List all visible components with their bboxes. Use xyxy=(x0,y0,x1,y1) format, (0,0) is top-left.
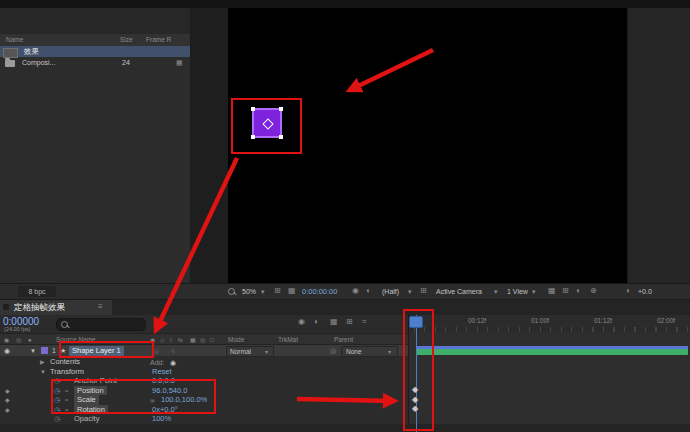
project-item-label: Composi... xyxy=(22,59,55,66)
right-side-panel xyxy=(627,8,690,283)
composition-viewport[interactable] xyxy=(228,8,627,283)
eye-toggle-icon[interactable]: ◉ xyxy=(4,347,10,354)
graph-set-icon[interactable]: ≈ xyxy=(65,407,68,413)
property-value[interactable]: 100.0,100.0% xyxy=(161,396,207,404)
shy-layers-icon[interactable]: ▦ xyxy=(330,318,338,326)
resolution-dropdown[interactable]: (Half) xyxy=(382,288,399,295)
property-row-opacity[interactable]: ◷ Opacity 100% xyxy=(0,414,408,424)
eye-column-icon: ◉ xyxy=(4,337,9,343)
selection-handle[interactable] xyxy=(251,135,255,139)
graph-set-icon[interactable]: ≈ xyxy=(65,388,68,394)
frame-blending-icon[interactable]: ⊞ xyxy=(346,318,353,326)
twirl-icon[interactable]: ▼ xyxy=(40,369,46,375)
property-value[interactable]: 96.0,540.0 xyxy=(152,387,187,395)
property-row-rotation[interactable]: ◆ ◷ ≈ Rotation 0x+0.0° xyxy=(0,405,408,415)
keyframe-nav-icon[interactable]: ◆ xyxy=(5,388,10,394)
stopwatch-icon[interactable]: ◷ xyxy=(54,406,60,413)
pixel-aspect-icon[interactable]: ▦ xyxy=(548,287,556,295)
stopwatch-icon[interactable]: ◷ xyxy=(54,396,60,403)
layer-twirl-icon[interactable]: ▼ xyxy=(30,348,36,354)
exposure-icon[interactable]: ◐ xyxy=(626,287,631,295)
motion-blur-header-icon: ▦ xyxy=(190,337,196,343)
layer-name[interactable]: Shape Layer 1 xyxy=(69,346,124,356)
bit-depth-button[interactable]: 8 bpc xyxy=(18,286,56,297)
cube-3d-header-icon: □ xyxy=(210,337,214,343)
project-item-effect[interactable]: 效果 xyxy=(0,46,190,57)
flowchart-icon[interactable]: ⊕ xyxy=(590,287,597,295)
panel-divider[interactable] xyxy=(408,315,409,432)
anchor-point-icon[interactable] xyxy=(262,118,273,129)
stopwatch-icon[interactable]: ◷ xyxy=(54,377,60,384)
chevron-down-icon: ▾ xyxy=(388,349,391,355)
camera-view-dropdown[interactable]: Active Camera xyxy=(436,288,482,295)
property-value[interactable]: 0.0,0.0 xyxy=(152,377,175,385)
parent-pickwhip-icon[interactable]: ◎ xyxy=(330,347,336,354)
graph-editor-icon[interactable]: ≈ xyxy=(362,318,366,326)
zoom-tool-icon[interactable] xyxy=(228,288,235,295)
layer-row[interactable]: ◉ ▼ 1 ★ Shape Layer 1 ◇ \ Normal ▾ ◎ Non… xyxy=(0,345,408,356)
zoom-level-dropdown[interactable]: 50% xyxy=(242,288,256,295)
shape-layer-square[interactable] xyxy=(252,108,282,138)
contents-label[interactable]: Contents xyxy=(50,358,80,366)
keyframe-diamond-position[interactable]: ◆ xyxy=(412,386,418,394)
time-ruler[interactable]: 00:12f 01:00f 01:12f 02:00f xyxy=(408,315,690,334)
twirl-icon[interactable]: ▶ xyxy=(40,359,45,365)
fast-preview-icon[interactable]: ⊞ xyxy=(562,287,569,295)
stopwatch-icon[interactable]: ◷ xyxy=(54,415,60,422)
collapse-toggle-icon[interactable]: ◇ xyxy=(154,348,159,354)
audio-column-icon: ◎ xyxy=(16,337,21,343)
reset-button[interactable]: Reset xyxy=(152,368,172,376)
property-label[interactable]: Opacity xyxy=(74,415,99,423)
project-item-composition[interactable]: Composi... 24 ▦ xyxy=(0,57,190,68)
add-label: Add: xyxy=(150,359,164,366)
timeline-tab[interactable]: 定格抽帧效果 ≡ xyxy=(0,300,112,315)
timeline-button-icon[interactable]: ◐ xyxy=(576,287,581,295)
property-label[interactable]: Position xyxy=(74,386,107,396)
panel-menu-icon[interactable]: ≡ xyxy=(98,303,103,311)
quality-toggle-icon[interactable]: \ xyxy=(172,348,174,354)
link-dimensions-icon[interactable]: ∞ xyxy=(150,397,155,404)
composition-mini-flow-icon[interactable]: ◉ xyxy=(298,318,305,326)
draft-3d-icon[interactable]: ◐ xyxy=(314,318,319,326)
keyframe-diamond-scale[interactable]: ◆ xyxy=(412,396,418,404)
selection-handle[interactable] xyxy=(279,135,283,139)
keyframe-diamond-rotation[interactable]: ◆ xyxy=(412,405,418,413)
snapshot-icon[interactable]: ◉ xyxy=(352,287,359,295)
keyframe-nav-icon[interactable]: ◆ xyxy=(5,407,10,413)
graph-set-icon[interactable]: ≈ xyxy=(65,397,68,403)
property-label[interactable]: Anchor Point xyxy=(74,377,117,385)
chevron-down-icon: ▾ xyxy=(408,288,412,295)
property-label[interactable]: Scale xyxy=(74,395,99,405)
property-label[interactable]: Rotation xyxy=(74,405,108,415)
grid-guides-icon[interactable]: ⊞ xyxy=(274,287,281,295)
selection-handle[interactable] xyxy=(251,107,255,111)
property-row-anchor-point[interactable]: ◷ Anchor Point 0.0,0.0 xyxy=(0,376,408,386)
label-color-chip[interactable] xyxy=(41,347,48,354)
timeline-search-input[interactable] xyxy=(56,318,146,331)
blend-mode-dropdown[interactable]: Normal ▾ xyxy=(226,346,274,357)
blend-mode-value: Normal xyxy=(230,349,251,356)
keyframe-nav-icon[interactable]: ◆ xyxy=(5,397,10,403)
region-of-interest-icon[interactable]: ⊞ xyxy=(420,287,427,295)
timeline-bottom-strip xyxy=(0,424,690,432)
property-row-position[interactable]: ◆ ◷ ≈ Position 96.0,540.0 xyxy=(0,386,408,396)
property-value[interactable]: 100% xyxy=(152,415,171,423)
add-shape-button-icon[interactable]: ◉ xyxy=(170,359,176,366)
transform-label[interactable]: Transform xyxy=(50,368,84,376)
viewer-timecode[interactable]: 0:00:00:00 xyxy=(302,288,337,296)
property-value[interactable]: 0x+0.0° xyxy=(152,406,178,414)
current-time-indicator-handle[interactable] xyxy=(409,316,423,328)
property-row-scale[interactable]: ◆ ◷ ≈ Scale ∞ 100.0,100.0% xyxy=(0,395,408,405)
exposure-value[interactable]: +0.0 xyxy=(638,288,652,295)
selection-handle[interactable] xyxy=(279,107,283,111)
layer-duration-bar[interactable] xyxy=(416,346,688,355)
parent-dropdown[interactable]: None ▾ xyxy=(341,346,398,357)
transform-group-row[interactable]: ▼ Transform Reset xyxy=(0,367,408,377)
current-time-indicator-line[interactable] xyxy=(416,315,418,432)
mask-visibility-icon[interactable]: ▦ xyxy=(288,287,296,295)
column-trkmat: TrkMat xyxy=(278,337,298,344)
contents-group-row[interactable]: ▶ Contents Add: ◉ xyxy=(0,357,408,367)
view-layout-dropdown[interactable]: 1 View xyxy=(507,288,528,295)
show-snapshot-icon[interactable]: ◐ xyxy=(366,287,371,295)
stopwatch-icon[interactable]: ◷ xyxy=(54,387,60,394)
